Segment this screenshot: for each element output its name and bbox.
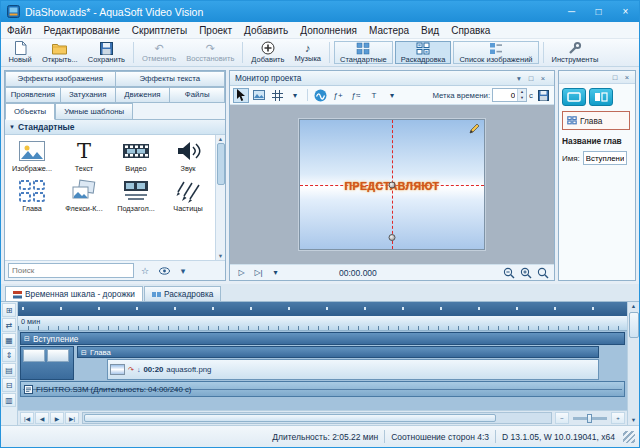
new-button[interactable]: Новый: [3, 39, 37, 66]
menu-wizards[interactable]: Мастера: [363, 22, 415, 39]
menu-help[interactable]: Справка: [445, 22, 496, 39]
intro-track-header[interactable]: ⊟ Вступление: [20, 332, 625, 345]
play-options-dropdown[interactable]: ▾: [268, 266, 283, 279]
step-forward-button[interactable]: ▶: [50, 412, 64, 424]
tools-button[interactable]: Инструменты: [547, 39, 604, 66]
timeline-zoom-slider[interactable]: [573, 417, 607, 420]
objects-scrollbar[interactable]: ▲ ▼: [215, 135, 225, 260]
favorites-star-icon[interactable]: ☆: [137, 263, 153, 278]
image-list-button[interactable]: Список изображений: [453, 41, 538, 64]
image-tool-button[interactable]: [251, 88, 267, 103]
object-handle-center[interactable]: [389, 181, 396, 188]
search-options-dropdown[interactable]: ▾: [175, 263, 191, 278]
timeline-tool-swap[interactable]: ⇄: [2, 318, 16, 332]
skip-end-button[interactable]: ▶|: [65, 412, 79, 424]
panel-close-icon[interactable]: ×: [621, 73, 633, 82]
text-options-dropdown[interactable]: ▾: [384, 88, 400, 103]
tab-fade-out[interactable]: Затухания: [61, 87, 116, 103]
zoom-in-icon[interactable]: [518, 266, 533, 279]
panel-maximize-icon[interactable]: □: [525, 74, 537, 83]
timeline-tool-rows[interactable]: ▤: [2, 363, 16, 377]
music-button[interactable]: ♪ Музыка: [289, 39, 326, 66]
maximize-button[interactable]: □: [585, 1, 612, 22]
chapter-object-box[interactable]: [20, 346, 74, 380]
hscrollbar-thumb[interactable]: [84, 414, 496, 422]
audio-track-clip[interactable]: FISHTRO.S3M (Длительность: 04:00/240 с): [20, 381, 625, 397]
timeline-vscrollbar[interactable]: ▲ ▼: [627, 302, 639, 425]
collapse-icon[interactable]: ⊟: [81, 349, 87, 356]
object-handle-bottom[interactable]: [389, 234, 396, 241]
scroll-up-icon[interactable]: ▲: [631, 302, 636, 311]
zoom-fit-icon[interactable]: [535, 266, 550, 279]
play-from-marker-button[interactable]: ▷|: [251, 266, 266, 279]
collapse-icon[interactable]: ⊟: [24, 335, 30, 342]
image-clip[interactable]: ↷ ↓ 00:20 aquasoft.png: [107, 359, 599, 380]
timeline-tool-columns[interactable]: ▥: [2, 393, 16, 407]
object-item-sound[interactable]: Звук: [162, 139, 214, 173]
tab-fade-in[interactable]: Проявления: [5, 87, 61, 103]
chapter-track-header[interactable]: ⊟ Глава: [77, 346, 599, 358]
panel-pin-icon[interactable]: ▾: [513, 74, 525, 83]
scroll-up-icon[interactable]: ▲: [218, 135, 223, 143]
menu-file[interactable]: Файл: [1, 22, 38, 39]
tab-timeline-tracks[interactable]: Временная шкала - дорожки: [5, 286, 143, 301]
object-item-text[interactable]: T Текст: [58, 139, 110, 173]
grid-toggle-button[interactable]: [269, 88, 285, 103]
timeline-marker-bar[interactable]: [18, 302, 627, 316]
scroll-down-icon[interactable]: ▼: [631, 416, 636, 425]
preview-eye-icon[interactable]: [156, 263, 172, 278]
menu-add[interactable]: Добавить: [238, 22, 294, 39]
redo-button[interactable]: ↷ Восстановить: [181, 39, 239, 66]
spin-down-icon[interactable]: ▼: [518, 95, 526, 101]
close-button[interactable]: ×: [612, 1, 639, 22]
preview-canvas[interactable]: ПРЕДСТАВЛЯЮТ: [299, 119, 485, 250]
save-timestamp-button[interactable]: [535, 88, 551, 103]
object-item-flexi[interactable]: Флекси-К...: [58, 179, 110, 213]
fx-add-button[interactable]: ƒ+: [330, 88, 346, 103]
effects-view-button[interactable]: [589, 88, 613, 106]
zoom-slider-thumb[interactable]: [587, 414, 592, 423]
tab-files[interactable]: Файлы: [170, 87, 225, 103]
tab-image-effects[interactable]: Эффекты изображения: [5, 71, 116, 87]
zoom-out-icon[interactable]: [501, 266, 516, 279]
timeline-zoom-in-button[interactable]: +: [611, 412, 625, 424]
timeline-zoom-out-button[interactable]: −: [555, 412, 569, 424]
timeline-hscrollbar[interactable]: [82, 412, 552, 424]
timeline-ruler[interactable]: 0 мин: [18, 316, 627, 331]
vscrollbar-thumb[interactable]: [629, 312, 639, 338]
search-input[interactable]: [8, 263, 134, 278]
standard-view-button[interactable]: Стандартные: [334, 41, 393, 64]
play-button[interactable]: ▷: [234, 266, 249, 279]
menu-view[interactable]: Вид: [415, 22, 445, 39]
menu-scriptlets[interactable]: Скриптлеты: [126, 22, 193, 39]
select-tool-button[interactable]: [233, 88, 249, 103]
timestamp-input[interactable]: [493, 89, 517, 101]
resize-grip[interactable]: [623, 431, 635, 443]
object-item-particles[interactable]: Частицы: [162, 179, 214, 213]
selected-object-tab[interactable]: Глава: [562, 111, 630, 130]
preview-area[interactable]: ПРЕДСТАВЛЯЮТ: [230, 105, 554, 264]
timeline-tool-collapse[interactable]: ⊟: [2, 378, 16, 392]
skip-start-button[interactable]: |◀: [20, 412, 34, 424]
storyboard-view-button[interactable]: Раскадровка: [395, 41, 452, 64]
tab-storyboard-view[interactable]: Раскадровка: [144, 286, 221, 301]
step-back-button[interactable]: ◀: [35, 412, 49, 424]
timeline-tool-grid[interactable]: ▦: [2, 333, 16, 347]
save-button[interactable]: Сохранить: [83, 39, 130, 66]
menu-addons[interactable]: Дополнения: [294, 22, 363, 39]
fx-wave-button[interactable]: ƒ≈: [348, 88, 364, 103]
panel-maximize-icon[interactable]: □: [609, 73, 621, 82]
text-tool-button[interactable]: T: [366, 88, 382, 103]
undo-button[interactable]: ↶ Отменить: [137, 39, 181, 66]
open-button[interactable]: Открыть...: [37, 39, 83, 66]
menu-project[interactable]: Проект: [193, 22, 238, 39]
scrollbar-thumb[interactable]: [217, 143, 225, 185]
tab-objects[interactable]: Объекты: [5, 103, 55, 120]
object-item-chapter[interactable]: Глава: [6, 179, 58, 213]
properties-view-button[interactable]: [562, 88, 586, 106]
tab-text-effects[interactable]: Эффекты текста: [116, 71, 226, 87]
add-object-button[interactable]: Добавить: [246, 39, 289, 66]
name-input[interactable]: [583, 151, 627, 165]
timeline-tool-insert[interactable]: ⊞: [2, 303, 16, 317]
object-item-subtitle[interactable]: Подзагол...: [110, 179, 162, 213]
